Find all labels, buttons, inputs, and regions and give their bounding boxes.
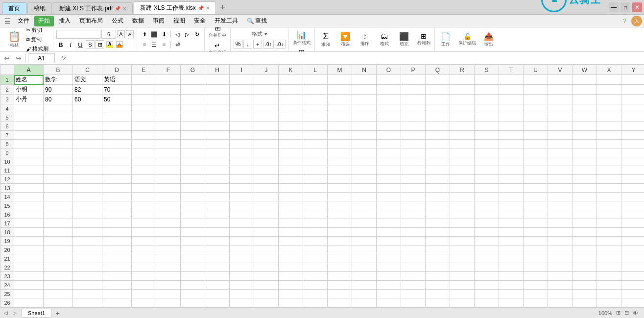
cell-C11[interactable] (73, 166, 102, 175)
cell-K8[interactable] (279, 140, 303, 148)
cell-M6[interactable] (328, 122, 352, 131)
cell-K13[interactable] (279, 184, 303, 193)
cell-L24[interactable] (303, 281, 328, 290)
cell-Q16[interactable] (426, 210, 450, 219)
cell-A14[interactable] (14, 193, 44, 201)
cell-V5[interactable] (548, 113, 572, 122)
cell-G10[interactable] (181, 157, 205, 166)
cell-M22[interactable] (328, 263, 352, 272)
cell-I2[interactable] (230, 85, 254, 95)
cell-N24[interactable] (352, 281, 377, 290)
cell-X17[interactable] (597, 219, 621, 228)
cell-F3[interactable] (156, 95, 181, 104)
cell-M10[interactable] (328, 157, 352, 166)
protect-btn[interactable]: 🔒 保护编辑 (456, 31, 478, 48)
user-avatar[interactable]: 人 (631, 16, 642, 26)
cell-I4[interactable] (230, 104, 254, 113)
ribbon-tab-data[interactable]: 数据 (128, 16, 148, 26)
cell-A20[interactable] (14, 245, 44, 254)
cell-O15[interactable] (377, 201, 401, 210)
cell-O16[interactable] (377, 210, 401, 219)
cell-T5[interactable] (499, 113, 524, 122)
cell-T17[interactable] (499, 219, 524, 228)
cell-M8[interactable] (328, 140, 352, 148)
cell-R4[interactable] (450, 104, 475, 113)
cell-ref-box[interactable] (28, 53, 55, 63)
cell-K5[interactable] (279, 113, 303, 122)
cell-Q25[interactable] (426, 290, 450, 298)
cell-M5[interactable] (328, 113, 352, 122)
cell-K18[interactable] (279, 228, 303, 237)
cell-P11[interactable] (401, 166, 426, 175)
cell-R19[interactable] (450, 237, 475, 245)
cell-N22[interactable] (352, 263, 377, 272)
cell-O22[interactable] (377, 263, 401, 272)
cell-J21[interactable] (254, 254, 279, 263)
col-header-l[interactable]: L (303, 65, 328, 75)
ribbon-tab-insert[interactable]: 插入 (55, 16, 74, 26)
cell-S9[interactable] (475, 148, 499, 157)
cell-D17[interactable] (102, 219, 132, 228)
cell-J11[interactable] (254, 166, 279, 175)
row-col-btn[interactable]: ⊞ 行和列 (415, 31, 432, 48)
menu-icon[interactable]: ☰ (2, 16, 13, 26)
cell-F21[interactable] (156, 254, 181, 263)
cell-Q9[interactable] (426, 148, 450, 157)
cell-A16[interactable] (14, 210, 44, 219)
cell-B16[interactable] (44, 210, 73, 219)
cell-P7[interactable] (401, 131, 426, 140)
cell-B18[interactable] (44, 228, 73, 237)
cell-N1[interactable] (352, 75, 377, 85)
align-middle-btn[interactable]: ⬛ (150, 30, 159, 39)
tab-xlsx-close[interactable]: ✕ (206, 5, 210, 11)
cell-I6[interactable] (230, 122, 254, 131)
cell-S14[interactable] (475, 193, 499, 201)
cell-P1[interactable] (401, 75, 426, 85)
cell-I26[interactable] (230, 298, 254, 307)
cell-A17[interactable] (14, 219, 44, 228)
cell-X3[interactable] (597, 95, 621, 104)
cell-P8[interactable] (401, 140, 426, 148)
cell-O4[interactable] (377, 104, 401, 113)
cell-S20[interactable] (475, 245, 499, 254)
cell-N14[interactable] (352, 193, 377, 201)
cell-O1[interactable] (377, 75, 401, 85)
row-header-19[interactable]: 19 (0, 237, 14, 245)
row-header-6[interactable]: 6 (0, 122, 14, 131)
cell-G2[interactable] (181, 85, 205, 95)
cell-G23[interactable] (181, 272, 205, 281)
cell-D15[interactable] (102, 201, 132, 210)
cell-V3[interactable] (548, 95, 572, 104)
cell-D14[interactable] (102, 193, 132, 201)
cell-N8[interactable] (352, 140, 377, 148)
cell-Q11[interactable] (426, 166, 450, 175)
cell-V20[interactable] (548, 245, 572, 254)
cell-C21[interactable] (73, 254, 102, 263)
cell-X1[interactable] (597, 75, 621, 85)
cell-T23[interactable] (499, 272, 524, 281)
cell-Q13[interactable] (426, 184, 450, 193)
cell-E19[interactable] (132, 237, 156, 245)
cell-N15[interactable] (352, 201, 377, 210)
cell-I21[interactable] (230, 254, 254, 263)
cell-J12[interactable] (254, 175, 279, 184)
cell-B22[interactable] (44, 263, 73, 272)
cell-P13[interactable] (401, 184, 426, 193)
cell-K16[interactable] (279, 210, 303, 219)
cell-F16[interactable] (156, 210, 181, 219)
cell-H4[interactable] (205, 104, 230, 113)
cell-B23[interactable] (44, 272, 73, 281)
cell-G12[interactable] (181, 175, 205, 184)
cell-D9[interactable] (102, 148, 132, 157)
cell-Q2[interactable] (426, 85, 450, 95)
cell-H18[interactable] (205, 228, 230, 237)
cell-X15[interactable] (597, 201, 621, 210)
cell-X14[interactable] (597, 193, 621, 201)
cell-K10[interactable] (279, 157, 303, 166)
sort-btn[interactable]: ↕ 排序 (356, 31, 374, 48)
cell-A6[interactable] (14, 122, 44, 131)
cell-T25[interactable] (499, 290, 524, 298)
align-bottom-btn[interactable]: ⬇ (160, 30, 168, 39)
view-layout-btn[interactable]: ⊟ (624, 310, 629, 316)
cell-L5[interactable] (303, 113, 328, 122)
